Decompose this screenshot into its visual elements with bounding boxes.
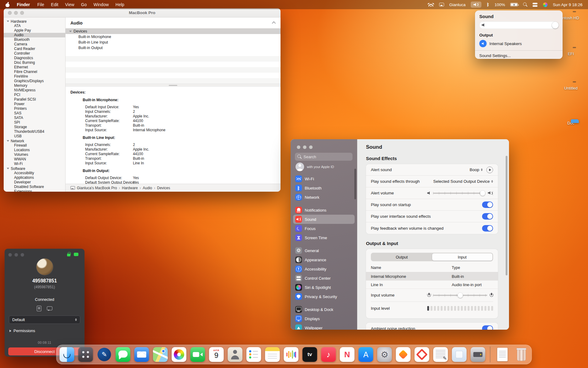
sidebar-item[interactable]: PCI bbox=[4, 93, 65, 97]
settings-search-field[interactable] bbox=[295, 153, 352, 161]
zoom-button[interactable] bbox=[21, 253, 24, 257]
settings-sidebar-item[interactable]: Displays bbox=[293, 314, 355, 323]
device-tree-item[interactable]: Built-in Microphone bbox=[66, 34, 281, 40]
sidebar-item[interactable]: Volumes bbox=[4, 152, 65, 157]
app-store-dock-icon[interactable] bbox=[359, 347, 373, 362]
pen-circle-dock-icon[interactable] bbox=[97, 347, 112, 362]
settings-sidebar-item[interactable]: Appearance bbox=[293, 255, 355, 264]
search-input[interactable] bbox=[303, 155, 346, 159]
trash-dock-icon[interactable] bbox=[514, 347, 529, 362]
sidebar-item[interactable]: Disabled Software bbox=[4, 185, 65, 189]
sidebar-item[interactable]: Audio bbox=[4, 33, 65, 37]
settings-sidebar-item[interactable]: Screen Time bbox=[293, 233, 355, 242]
fast-user-switch-label[interactable]: Gianluca bbox=[449, 2, 466, 7]
toggle-switch[interactable] bbox=[482, 201, 493, 208]
calendar-dock-icon[interactable]: APR 9 bbox=[209, 347, 224, 362]
sidebar-item[interactable]: ATA bbox=[4, 24, 65, 28]
sidebar-item[interactable]: SAS bbox=[4, 111, 65, 116]
close-button[interactable] bbox=[297, 145, 300, 149]
settings-sidebar-item[interactable]: Control Center bbox=[293, 274, 355, 283]
sidebar-item[interactable]: Printers bbox=[4, 106, 65, 111]
segment-tab[interactable]: Output bbox=[371, 253, 432, 261]
sound-settings-link[interactable]: Sound Settings... bbox=[479, 53, 558, 58]
sidebar-item[interactable]: Diagnostics bbox=[4, 56, 65, 60]
maps-dock-icon[interactable] bbox=[153, 347, 168, 362]
battery-icon[interactable] bbox=[510, 3, 518, 6]
pane-splitter[interactable] bbox=[66, 84, 281, 86]
device-tree-item[interactable]: Built-in Line Input bbox=[66, 40, 281, 45]
wifi-icon[interactable] bbox=[428, 3, 434, 6]
settings-sidebar-item[interactable]: Bluetooth bbox=[293, 183, 355, 193]
desktop-icon[interactable]: Doc bbox=[558, 119, 584, 125]
sidebar-item[interactable]: Parallel SCSI bbox=[4, 97, 65, 102]
play-through-popup[interactable]: Selected Sound Output Device bbox=[433, 179, 493, 184]
menu-item[interactable]: File bbox=[37, 2, 44, 7]
sidebar-item[interactable]: Firewall bbox=[4, 143, 65, 148]
screen-mirroring-icon[interactable] bbox=[439, 3, 444, 6]
close-button[interactable] bbox=[8, 11, 12, 15]
mail-dock-icon[interactable] bbox=[134, 347, 149, 362]
settings-sidebar-item[interactable]: Desktop & Dock bbox=[293, 305, 355, 314]
messages-dock-icon[interactable] bbox=[116, 347, 130, 362]
document-file-dock-icon[interactable] bbox=[495, 347, 510, 362]
settings-sidebar-item[interactable]: General bbox=[293, 246, 355, 255]
sidebar-item[interactable]: Bluetooth bbox=[4, 37, 65, 42]
settings-sidebar-item[interactable]: Wallpaper bbox=[293, 323, 355, 330]
menu-item[interactable]: Help bbox=[115, 2, 124, 7]
sidebar-item[interactable]: Locations bbox=[4, 148, 65, 152]
file-transfer-icon[interactable] bbox=[37, 306, 41, 311]
sidebar-item[interactable]: Card Reader bbox=[4, 47, 65, 51]
sidebar-item[interactable]: Applications bbox=[4, 175, 65, 180]
bluetooth-icon[interactable]: ᛒ bbox=[487, 2, 489, 7]
disclosure-triangle-icon[interactable] bbox=[7, 168, 9, 169]
slider-knob[interactable] bbox=[458, 293, 463, 298]
toggle-switch[interactable] bbox=[482, 225, 493, 232]
collapse-chevron-icon[interactable] bbox=[272, 21, 276, 25]
desktop-icon[interactable]: Untitled bbox=[558, 84, 584, 90]
text-document-dock-icon[interactable] bbox=[433, 347, 448, 362]
notes-dock-icon[interactable] bbox=[265, 347, 280, 362]
sidebar-item[interactable]: Apple Pay bbox=[4, 28, 65, 33]
contacts-dock-icon[interactable] bbox=[228, 347, 243, 362]
settings-sidebar-item[interactable]: Notifications bbox=[293, 205, 355, 215]
music-dock-icon[interactable] bbox=[321, 347, 336, 362]
menu-item[interactable]: Go bbox=[81, 2, 87, 7]
control-center-icon[interactable] bbox=[533, 2, 538, 7]
settings-sidebar-item[interactable]: Focus bbox=[293, 224, 355, 233]
menu-item[interactable]: View bbox=[65, 2, 74, 7]
sidebar-item[interactable]: Controller bbox=[4, 51, 65, 56]
launchpad-dock-icon[interactable] bbox=[78, 347, 93, 362]
news-dock-icon[interactable] bbox=[340, 347, 355, 362]
play-alert-button[interactable] bbox=[486, 167, 493, 173]
volume-slider[interactable] bbox=[479, 21, 558, 29]
active-app-menu[interactable]: Finder bbox=[17, 2, 30, 7]
chat-indicator-icon[interactable] bbox=[74, 253, 78, 256]
session-profile-select[interactable]: Default bbox=[9, 316, 80, 324]
breadcrumb-item[interactable]: Gianluca's MacBook Pro› bbox=[77, 186, 120, 190]
waveform-dock-icon[interactable] bbox=[284, 347, 299, 362]
settings-sidebar-item[interactable]: Network bbox=[293, 193, 355, 202]
apple-id-row[interactable]: with your Apple ID bbox=[296, 163, 334, 171]
sidebar-item[interactable]: WWAN bbox=[4, 157, 65, 162]
light-blue-app-dock-icon[interactable] bbox=[452, 347, 467, 362]
minimize-button[interactable] bbox=[303, 145, 307, 149]
table-column-header[interactable]: Name bbox=[371, 266, 452, 270]
menu-bar-clock[interactable]: Sun Apr 9 18:26 bbox=[553, 2, 582, 7]
anydesk-dock-icon[interactable] bbox=[415, 347, 429, 362]
breadcrumb-item[interactable]: Audio› bbox=[143, 186, 155, 190]
device-tree-item[interactable]: Built-in Output bbox=[66, 45, 281, 51]
disclosure-triangle-icon[interactable] bbox=[7, 21, 9, 22]
alert-sound-popup[interactable]: Boop bbox=[469, 167, 483, 172]
system-settings-dock-icon[interactable] bbox=[377, 347, 392, 362]
slider-knob[interactable] bbox=[480, 190, 485, 196]
settings-sidebar-item[interactable]: Privacy & Security bbox=[293, 292, 355, 301]
disclosure-triangle-icon[interactable] bbox=[69, 31, 72, 32]
orange-diamond-dock-icon[interactable] bbox=[396, 347, 411, 362]
breadcrumb-item[interactable]: Devices› bbox=[157, 186, 170, 190]
facetime-dock-icon[interactable] bbox=[190, 347, 205, 362]
sidebar-item[interactable]: Accessibility bbox=[4, 171, 65, 175]
sidebar-item[interactable]: Disc Burning bbox=[4, 60, 65, 65]
zoom-button[interactable] bbox=[20, 11, 24, 15]
siri-icon[interactable] bbox=[543, 2, 548, 7]
input-volume-slider[interactable] bbox=[427, 293, 493, 297]
